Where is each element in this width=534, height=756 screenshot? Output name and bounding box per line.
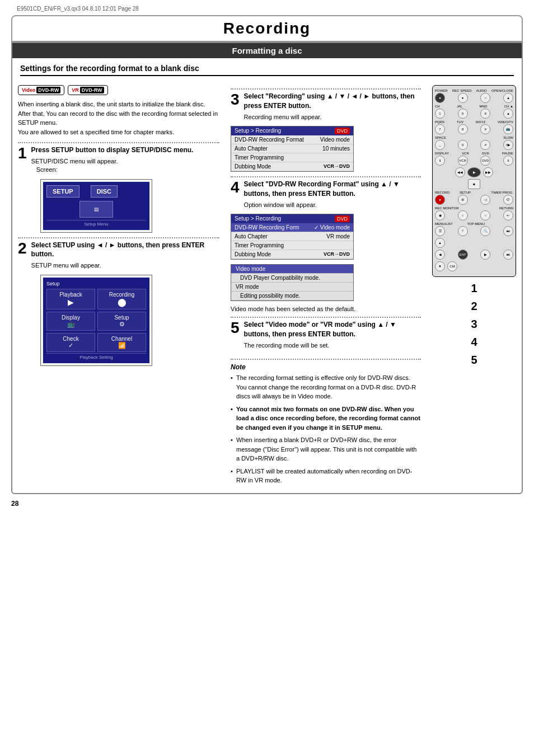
step5-number: 5	[231, 320, 240, 336]
main-title: Recording	[12, 20, 522, 37]
playback-menu-image: Setup Playback▶ Recording⬤ Display📺 Setu…	[40, 275, 152, 366]
remote-ch-skip-btn[interactable]: ⏭	[503, 250, 513, 260]
note-title: Note	[231, 363, 421, 371]
side-step-4: 4	[471, 336, 477, 348]
option-video-mode: Video mode	[231, 265, 353, 274]
remote-nav-up-btn[interactable]: ▲	[435, 238, 445, 248]
step2-title: Select SETUP using ◄ / ► buttons, then p…	[31, 241, 219, 260]
rec-menu-header-left: Setup > Recording	[235, 128, 281, 134]
step4-caption: Video mode has been selected as the defa…	[231, 304, 421, 314]
remote-play-btn[interactable]: ▶	[467, 167, 481, 177]
remote-nav-down-btn[interactable]: ▼	[435, 261, 445, 271]
remote-0-btn[interactable]: 0	[458, 140, 468, 150]
remote-rec-speed-btn[interactable]: ●	[458, 93, 468, 103]
step4-number: 4	[231, 180, 240, 195]
step3-number: 3	[231, 92, 240, 107]
side-step-numbers: 1 2 3 4 5	[430, 279, 518, 369]
remote-record-btn[interactable]: ●	[435, 195, 445, 205]
remote-ch-up-btn[interactable]: ▲	[503, 109, 513, 119]
remote-image: POWERREC SPEEDAUDIOOPEN/CLOSE ● ● ○ ▲ CH…	[430, 85, 518, 277]
remote-return-btn[interactable]: ↩	[503, 210, 513, 220]
remote-mno-btn[interactable]: 6	[480, 109, 490, 119]
remote-nav2-btn[interactable]: ○	[480, 210, 490, 220]
remote-rew-btn[interactable]: ◀◀	[455, 167, 465, 177]
disc-badge-video: Video DVD-RW	[18, 85, 64, 95]
main-title-box: Recording	[11, 15, 523, 42]
step1-number: 1	[18, 145, 27, 161]
setup-menu-image: SETUP DISC ▤ Setup Menu	[40, 179, 152, 233]
remote-enter-btn[interactable]: ENT	[458, 250, 468, 260]
rec-row-timer: Timer Programming	[231, 153, 353, 162]
remote-func3-btn[interactable]: ◁	[480, 195, 490, 205]
check-cell: Check✓	[46, 333, 95, 352]
remote-skip-btn[interactable]: ⏭	[503, 226, 513, 236]
remote-power-btn[interactable]: ●	[435, 93, 445, 103]
disc-badges: Video DVD-RW VR DVD-RW	[18, 85, 219, 95]
remote-slow-btn[interactable]: II▶	[503, 140, 513, 150]
intro-text: When inserting a blank disc, the unit st…	[18, 100, 219, 137]
step1-title: Press SETUP button to display SETUP/DISC…	[31, 145, 219, 155]
rec-row-dubbing: Dubbing Mode VCR→DVD	[231, 162, 353, 171]
step2-desc: SETUP menu will appear.	[31, 261, 219, 270]
step4-divider	[231, 176, 421, 177]
step4-desc: Option window will appear.	[244, 201, 421, 209]
remote-ff-btn[interactable]: ▶▶	[483, 167, 493, 177]
remote-zoom-btn[interactable]: 🔍	[480, 226, 490, 236]
rec-row-format: DVD-RW Recording Format Video mode	[231, 135, 353, 144]
note-section: Note The recording format setting is eff…	[231, 359, 421, 485]
step5-divider	[231, 317, 421, 318]
recording-cell: Recording⬤	[97, 289, 146, 309]
option-popup: Video mode DVD Player Compatibility mode…	[231, 264, 354, 301]
step3-divider	[231, 88, 421, 90]
remote-stop-btn[interactable]: ■	[468, 179, 480, 189]
setup-video-cell: Setup⚙	[97, 312, 146, 331]
playback-cell: Playback▶	[46, 289, 95, 309]
note-item-1: The recording format setting is effectiv…	[231, 373, 421, 401]
remote-wxyz-btn[interactable]: 9	[480, 124, 490, 134]
remote-hash-btn[interactable]: #	[480, 140, 490, 150]
remote-open-btn[interactable]: ▲	[503, 93, 513, 103]
remote-control: POWERREC SPEEDAUDIOOPEN/CLOSE ● ● ○ ▲ CH…	[432, 85, 516, 277]
note-item-4: PLAYLIST will be created automatically w…	[231, 467, 421, 485]
display-cell: Display📺	[46, 312, 95, 331]
subsection-title: Settings for the recording format to a b…	[20, 62, 514, 76]
remote-cm-skip-btn[interactable]: CM	[447, 261, 457, 271]
remote-timer-btn[interactable]: ⏱	[503, 195, 513, 205]
remote-top-menu-btn[interactable]: ⊤	[458, 226, 468, 236]
step1: 1 Press SETUP button to display SETUP/DI…	[18, 145, 219, 233]
rec-menu-table: Setup > Recording DVD DVD-RW Recording F…	[231, 126, 354, 172]
step3-title: Select "Recording" using ▲ / ▼ / ◄ / ► b…	[244, 92, 421, 111]
remote-display-btn[interactable]: ℹ	[435, 156, 445, 166]
remote-video-tv-btn[interactable]: 📺	[503, 124, 513, 134]
remote-ch-btn[interactable]: 1	[435, 109, 445, 119]
step5: 5 Select "Video mode" or "VR mode" using…	[231, 320, 421, 350]
remote-nav1-btn[interactable]: ○	[458, 210, 468, 220]
channel-cell: Channel📶	[97, 333, 146, 352]
remote-rec-mon-btn[interactable]: ◉	[435, 210, 445, 220]
step5-desc: The recording mode will be set.	[244, 341, 421, 350]
remote-pause-btn[interactable]: II	[503, 156, 513, 166]
remote-nav-left-btn[interactable]: ◀	[435, 250, 445, 260]
step5-title: Select "Video mode" or "VR mode" using ▲…	[244, 320, 421, 339]
remote-menu-btn[interactable]: ☰	[435, 226, 445, 236]
remote-audio-btn[interactable]: ○	[480, 93, 490, 103]
remote-nav-right-btn[interactable]: ▶	[480, 250, 490, 260]
remote-space-btn[interactable]: _	[435, 140, 445, 150]
rec-row2-timer: Timer Programming	[231, 241, 353, 250]
remote-dvd-btn[interactable]: DVD	[480, 156, 490, 166]
remote-setup-btn[interactable]: ⚙	[458, 195, 468, 205]
setup-menu-label: Setup Menu	[46, 220, 146, 227]
remote-jal-btn[interactable]: 5	[458, 109, 468, 119]
header-meta: E9501CD_EN/FR_v3.qx3 04.8.10 12:01 Page …	[11, 6, 523, 12]
remote-vcr-btn[interactable]: VCR	[458, 156, 468, 166]
rec-menu-dvd-badge: DVD	[335, 128, 350, 134]
setup-box: SETUP	[46, 185, 79, 198]
rec-row2-chapter: Auto Chapter VR mode	[231, 232, 353, 241]
remote-tuv-btn[interactable]: 8	[458, 124, 468, 134]
remote-pqrs-btn[interactable]: 7	[435, 124, 445, 134]
step1-desc: SETUP/DISC menu will appear. Screen:	[31, 157, 219, 175]
option-edit-mode: Editing possibility mode.	[231, 292, 353, 300]
step3-desc: Recording menu will appear.	[244, 113, 421, 121]
page-number: 28	[11, 500, 523, 508]
step4: 4 Select "DVD-RW Recording Format" using…	[231, 180, 421, 313]
